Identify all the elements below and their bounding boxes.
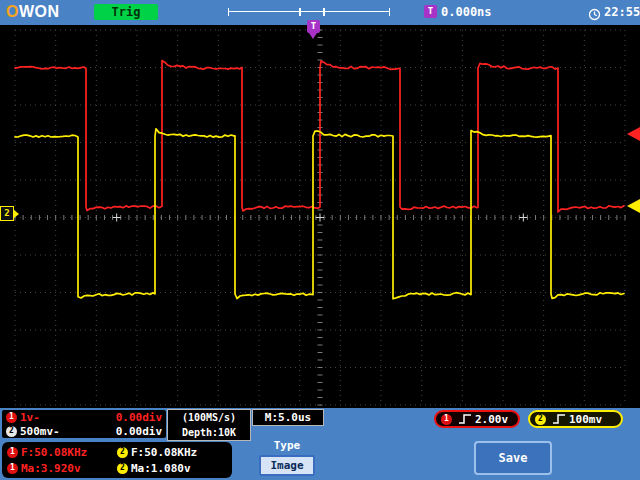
rising-edge-icon [552,413,566,425]
ch1-offset-row: 1 1v- 0.00div [2,410,166,424]
scope-graticule [0,25,640,408]
logo-letters-won: WON [19,3,60,20]
ch2-ground-label: 2 [0,206,14,221]
trigger-position-marker: T [307,20,320,39]
ch1-frequency-cell: 1 F:50.08KHz [7,446,117,459]
ch1-max-cell: 1 Ma:3.920v [7,462,117,475]
ch1-scale-readout: 2.00v [475,413,508,426]
ch2-offset-value: 0.00div [116,425,162,438]
ch2-frequency-cell: 2 F:50.08KHz [117,446,227,459]
oscilloscope-ui: OWON Trig T 0.000ns 22:55 T 2 1 1v- [0,0,640,480]
type-image-option[interactable]: Image [259,455,315,476]
ch1-level-marker-icon [627,127,640,141]
ch2-vdiv-label: 500mv- [20,425,60,438]
measurement-panel: 1 F:50.08KHz 2 F:50.08KHz 1 Ma:3.920v 2 … [2,442,232,478]
ch2-number-badge: 2 [117,463,128,474]
ch1-number-badge: 1 [7,447,18,458]
acquisition-panel: (100MS/s) Depth:10K [167,409,251,441]
ch2-ground-arrow-icon [14,210,19,218]
ch1-number-badge: 1 [7,463,18,474]
trigger-status-badge: Trig [94,4,158,20]
logo-letter-o: O [6,3,19,20]
brand-logo: OWON [6,3,60,21]
waveform-display [0,25,640,408]
ch1-scale-badge: 1 2.00v [434,410,520,428]
ch1-number-badge: 1 [6,412,17,423]
rising-edge-icon [458,413,472,425]
trigger-offset-readout: 0.000ns [441,5,492,19]
ch1-number-badge: 1 [441,414,452,425]
trigger-position-icon: T [307,20,320,33]
memory-window-indicator [299,8,325,16]
status-bar: 1 1v- 0.00div 2 500mv- 0.00div (100MS/s)… [0,408,640,480]
timebase-readout: M:5.0us [252,409,324,426]
vertical-offset-panel: 1 1v- 0.00div 2 500mv- 0.00div [2,410,166,438]
sample-rate-readout: (100MS/s) [168,410,250,425]
ch1-vdiv-label: 1v- [20,411,40,424]
ch1-offset-value: 0.00div [116,411,162,424]
save-type-menu: Type Image [252,437,322,480]
save-button[interactable]: Save [474,441,552,475]
ch1-frequency-readout: F:50.08KHz [21,446,87,459]
record-depth-readout: Depth:10K [168,425,250,440]
trigger-time-icon: T [424,5,437,18]
ch2-offset-row: 2 500mv- 0.00div [2,424,166,438]
ch2-scale-readout: 100mv [569,413,602,426]
ch2-max-cell: 2 Ma:1.080v [117,462,227,475]
trigger-position-arrow-icon [309,33,317,39]
ch2-scale-badge: 2 100mv [528,410,623,428]
ch2-number-badge: 2 [6,426,17,437]
top-bar: OWON Trig T 0.000ns 22:55 [0,0,640,25]
clock-icon [588,6,601,19]
ch1-max-readout: Ma:3.920v [21,462,81,475]
ch2-max-readout: Ma:1.080v [131,462,191,475]
ch2-ground-marker: 2 [0,206,19,221]
ch2-level-marker-icon [627,199,640,213]
clock-readout: 22:55 [604,5,640,19]
ch2-number-badge: 2 [117,447,128,458]
memory-position-bar [228,8,390,16]
ch2-frequency-readout: F:50.08KHz [131,446,197,459]
type-menu-label: Type [252,439,322,452]
ch2-number-badge: 2 [535,414,546,425]
